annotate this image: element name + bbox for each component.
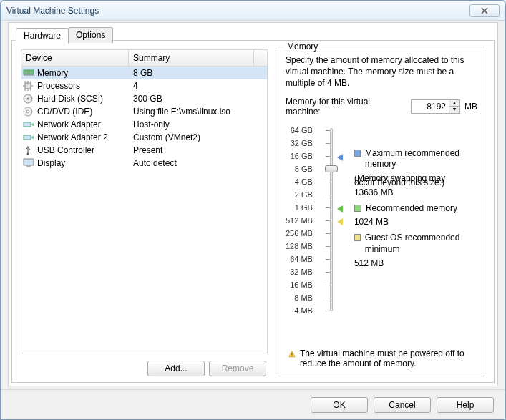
tick-mark [326,259,330,260]
col-device[interactable]: Device [21,50,129,66]
ok-button[interactable]: OK [311,397,368,413]
cpu-icon [23,81,36,91]
memory-group: Memory Specify the amount of memory allo… [278,47,485,376]
device-detail-pane: Memory Specify the amount of memory allo… [273,41,494,382]
remove-button[interactable]: Remove [209,361,266,376]
slider-thumb[interactable] [325,165,338,172]
tick-label: 64 GB [291,124,316,137]
legend-rec-label: Recommended memory [366,203,457,215]
table-row[interactable]: DisplayAuto detect [21,157,267,170]
tick-mark [326,130,330,131]
memory-input[interactable] [412,100,449,113]
legend-max-note2: occur beyond this size.) [354,177,477,187]
table-row[interactable]: Memory8 GB [21,67,267,79]
svg-rect-11 [291,356,292,356]
tick-mark [326,272,330,273]
tick-mark [326,311,330,311]
device-table-header: Device Summary [21,50,267,67]
memory-slider-area: 64 GB32 GB16 GB8 GB4 GB2 GB1 GB512 MB256… [286,124,477,317]
tick-mark [326,246,330,247]
tick-label: 2 GB [295,188,316,201]
legend-min-swatch [354,234,361,241]
legend-max-value: 13636 MB [354,187,477,197]
memory-warning: The virtual machine must be powered off … [288,348,475,368]
table-row[interactable]: CD/DVD (IDE)Using file E:\vms\linux.iso [21,105,267,118]
tab-options[interactable]: Options [68,27,113,43]
device-buttons: Add... Remove [21,353,268,376]
marker-max-icon [337,154,343,161]
window-title: Virtual Machine Settings [6,6,99,16]
cd-icon [23,107,36,117]
tab-hardware[interactable]: Hardware [16,28,69,44]
tick-label: 4 MB [294,304,316,317]
memory-field-row: Memory for this virtual machine: ▲ ▼ MB [286,97,477,117]
device-summary: Custom (VMnet2) [130,132,266,142]
legend-max-label: Maximum recommended memory [365,148,477,170]
tick-mark [326,233,330,234]
tick-label: 16 GB [291,150,316,162]
spin-up-icon[interactable]: ▲ [449,100,459,107]
slider-legend: Maximum recommended memory (Memory swapp… [354,124,477,317]
net-icon [23,133,36,142]
svg-rect-10 [291,353,292,355]
svg-rect-6 [24,122,31,127]
help-button[interactable]: Help [437,397,494,413]
slider-tick-labels: 64 GB32 GB16 GB8 GB4 GB2 GB1 GB512 MB256… [286,124,316,317]
tabs: Hardware Options [16,27,112,43]
svg-point-5 [26,110,29,113]
svg-point-8 [27,153,29,155]
tick-mark [326,285,330,285]
device-name: Hard Disk (SCSI) [36,94,130,104]
display-icon [23,158,36,168]
tab-panel-hardware: Device Summary Memory8 GBProcessors4Hard… [11,40,495,383]
spin-down-icon[interactable]: ▼ [449,107,459,113]
memory-group-label: Memory [284,41,321,52]
dialog-footer: OK Cancel Help [1,389,505,419]
slider-track-col [323,124,347,317]
svg-rect-7 [24,135,31,140]
tick-label: 1 GB [295,201,316,214]
device-summary: Using file E:\vms\linux.iso [130,107,266,117]
svg-rect-0 [24,70,34,74]
device-name: CD/DVD (IDE) [36,107,130,117]
table-row[interactable]: Processors4 [21,79,267,92]
svg-rect-1 [25,83,31,89]
memory-icon [23,69,36,77]
memory-unit: MB [464,102,477,112]
marker-min-icon [337,218,343,225]
tick-label: 32 MB [290,265,316,278]
memory-desc: Specify the amount of memory allocated t… [286,54,477,89]
add-button[interactable]: Add... [147,361,205,376]
tick-label: 512 MB [286,214,316,227]
device-name: Memory [36,68,130,78]
table-row[interactable]: USB ControllerPresent [21,144,267,157]
device-name: Network Adapter 2 [36,132,130,142]
memory-slider[interactable] [330,128,333,311]
warning-icon [288,348,296,360]
tick-label: 32 GB [291,137,316,150]
tick-mark [326,156,330,157]
titlebar: Virtual Machine Settings [1,1,505,21]
tick-mark [326,195,330,195]
tick-label: 4 GB [295,175,316,188]
legend-rec-value: 1024 MB [354,217,477,227]
tick-mark [326,143,330,144]
legend-max-swatch [354,150,361,157]
device-list-pane: Device Summary Memory8 GBProcessors4Hard… [12,41,273,382]
close-button[interactable] [469,4,500,17]
tick-label: 256 MB [286,227,316,240]
tick-mark [326,182,330,182]
marker-recommended-icon [337,205,343,213]
memory-spinner[interactable]: ▲ ▼ [411,99,460,114]
tick-mark [326,220,330,221]
legend-rec-swatch [354,205,361,212]
table-row[interactable]: Network Adapter 2Custom (VMnet2) [21,131,267,144]
cancel-button[interactable]: Cancel [374,397,431,413]
tick-label: 8 MB [294,291,316,304]
table-row[interactable]: Network AdapterHost-only [21,118,267,131]
device-summary: Host-only [130,119,266,130]
table-row[interactable]: Hard Disk (SCSI)300 GB [21,92,267,105]
net-icon [23,120,36,129]
col-summary[interactable]: Summary [129,50,254,66]
tick-mark [326,298,330,298]
